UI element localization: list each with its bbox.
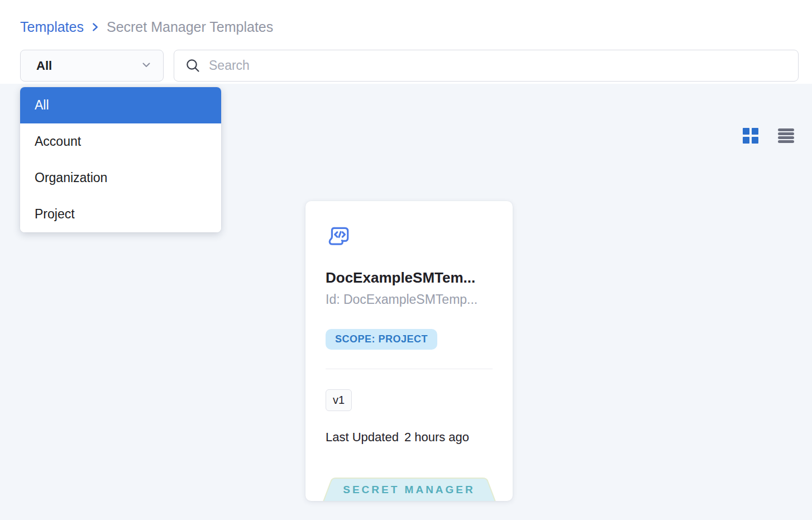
last-updated-value: 2 hours ago bbox=[404, 430, 469, 445]
search-box bbox=[174, 50, 799, 82]
breadcrumb-link-templates[interactable]: Templates bbox=[20, 19, 84, 35]
breadcrumb-current: Secret Manager Templates bbox=[107, 19, 273, 35]
template-code-icon bbox=[327, 225, 351, 250]
scope-filter-value: All bbox=[36, 59, 141, 73]
card-divider bbox=[326, 369, 493, 369]
chevron-down-icon bbox=[141, 59, 152, 73]
ribbon-label: SECRET MANAGER bbox=[322, 484, 496, 496]
breadcrumb: Templates Secret Manager Templates bbox=[20, 19, 273, 35]
list-view-icon[interactable] bbox=[778, 128, 794, 144]
last-updated: Last Updated 2 hours ago bbox=[326, 430, 469, 445]
menu-option-all[interactable]: All bbox=[20, 87, 221, 123]
menu-option-account[interactable]: Account bbox=[20, 123, 221, 160]
scope-filter-menu: All Account Organization Project bbox=[20, 87, 221, 232]
page: Templates Secret Manager Templates All A… bbox=[0, 0, 812, 520]
search-icon bbox=[185, 58, 200, 73]
chevron-right-icon bbox=[90, 22, 100, 32]
scope-badge: SCOPE: PROJECT bbox=[326, 329, 437, 350]
template-card[interactable]: DocExampleSMTem... Id: DocExampleSMTemp.… bbox=[305, 201, 513, 501]
menu-option-organization[interactable]: Organization bbox=[20, 160, 221, 196]
grid-view-icon[interactable] bbox=[743, 128, 758, 144]
menu-option-project[interactable]: Project bbox=[20, 196, 221, 232]
card-title: DocExampleSMTem... bbox=[326, 269, 493, 287]
secret-manager-ribbon: SECRET MANAGER bbox=[322, 478, 496, 501]
card-id: Id: DocExampleSMTemp... bbox=[326, 292, 493, 307]
search-input[interactable] bbox=[209, 58, 787, 73]
scope-filter-dropdown[interactable]: All bbox=[20, 50, 164, 82]
last-updated-label: Last Updated bbox=[326, 430, 399, 445]
view-toggles bbox=[743, 128, 794, 144]
header: Templates Secret Manager Templates All bbox=[0, 0, 812, 84]
version-chip: v1 bbox=[326, 389, 352, 411]
